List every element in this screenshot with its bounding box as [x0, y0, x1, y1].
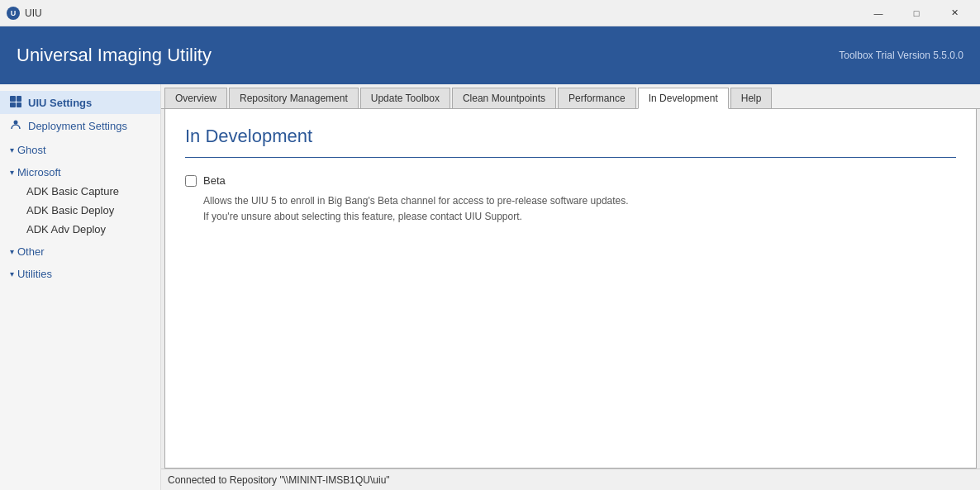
- tab-repository-management[interactable]: Repository Management: [229, 88, 359, 108]
- tab-help[interactable]: Help: [730, 88, 773, 108]
- beta-label: Beta: [203, 174, 226, 187]
- chevron-icon: ▾: [10, 168, 14, 177]
- minimize-button[interactable]: —: [859, 0, 897, 26]
- tab-bar: Overview Repository Management Update To…: [161, 84, 980, 109]
- beta-desc-line1: Allows the UIU 5 to enroll in Big Bang's…: [203, 195, 629, 207]
- sidebar-group-label: Microsoft: [17, 166, 61, 178]
- version-label: Toolbox Trial Version 5.5.0.0: [839, 50, 963, 61]
- sidebar-group-microsoft[interactable]: ▾ Microsoft: [0, 159, 160, 182]
- maximize-button[interactable]: □: [897, 0, 935, 26]
- tab-in-development[interactable]: In Development: [638, 88, 729, 109]
- sidebar: UIU Settings Deployment Settings ▾ Ghost…: [0, 84, 161, 490]
- sidebar-item-uiu-settings[interactable]: UIU Settings: [0, 91, 160, 114]
- beta-description: Allows the UIU 5 to enroll in Big Bang's…: [203, 193, 956, 225]
- svg-point-0: [14, 121, 18, 125]
- sidebar-item-label: Deployment Settings: [28, 120, 127, 132]
- sidebar-item-adk-basic-deploy[interactable]: ADK Basic Deploy: [0, 201, 160, 220]
- person-icon: [10, 119, 23, 132]
- sidebar-item-adk-adv-deploy[interactable]: ADK Adv Deploy: [0, 220, 160, 239]
- tab-clean-mountpoints[interactable]: Clean Mountpoints: [452, 88, 556, 108]
- sidebar-child-label: ADK Adv Deploy: [26, 223, 106, 235]
- section-divider: [185, 157, 956, 158]
- app-header: Universal Imaging Utility Toolbox Trial …: [0, 26, 980, 84]
- title-bar: U UIU — □ ✕: [0, 0, 980, 26]
- sidebar-group-ghost[interactable]: ▾ Ghost: [0, 137, 160, 159]
- sidebar-item-label: UIU Settings: [28, 97, 92, 109]
- sidebar-group-label: Ghost: [17, 144, 46, 156]
- close-button[interactable]: ✕: [935, 0, 973, 26]
- tab-overview[interactable]: Overview: [164, 88, 227, 108]
- sidebar-group-utilities[interactable]: ▾ Utilities: [0, 261, 160, 283]
- chevron-icon: ▾: [10, 145, 14, 155]
- title-bar-left: U UIU: [7, 7, 42, 20]
- beta-option-row: Beta: [185, 174, 956, 187]
- main-layout: UIU Settings Deployment Settings ▾ Ghost…: [0, 84, 980, 490]
- window-title: UIU: [25, 7, 42, 19]
- app-icon: U: [7, 7, 20, 20]
- tab-update-toolbox[interactable]: Update Toolbox: [360, 88, 450, 108]
- sidebar-group-label: Utilities: [17, 268, 52, 280]
- chevron-icon: ▾: [10, 269, 14, 278]
- status-text: Connected to Repository "\\MININT-IMSB1Q…: [168, 474, 390, 486]
- beta-checkbox[interactable]: [185, 175, 197, 187]
- content-area: Overview Repository Management Update To…: [161, 84, 980, 490]
- section-title: In Development: [185, 126, 956, 147]
- tab-performance[interactable]: Performance: [558, 88, 636, 108]
- beta-desc-line2: If you're unsure about selecting this fe…: [203, 211, 522, 222]
- chevron-icon: ▾: [10, 247, 14, 256]
- tab-content-in-development: In Development Beta Allows the UIU 5 to …: [164, 109, 977, 469]
- sidebar-item-deployment-settings[interactable]: Deployment Settings: [0, 114, 160, 137]
- app-title: Universal Imaging Utility: [17, 45, 212, 66]
- uiu-logo-icon: U: [7, 7, 20, 20]
- sidebar-group-other[interactable]: ▾ Other: [0, 239, 160, 261]
- grid-icon: [10, 96, 23, 109]
- sidebar-child-label: ADK Basic Capture: [26, 185, 119, 197]
- status-bar: Connected to Repository "\\MININT-IMSB1Q…: [161, 469, 980, 490]
- window-controls: — □ ✕: [859, 0, 973, 26]
- sidebar-group-label: Other: [17, 245, 45, 258]
- sidebar-item-adk-basic-capture[interactable]: ADK Basic Capture: [0, 182, 160, 201]
- sidebar-child-label: ADK Basic Deploy: [26, 204, 114, 216]
